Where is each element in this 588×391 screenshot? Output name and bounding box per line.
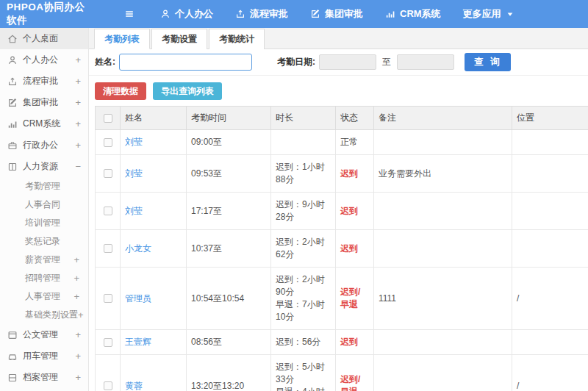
sidebar-item-label: 个人桌面 — [23, 32, 82, 45]
employee-name-link[interactable]: 管理员 — [125, 293, 151, 304]
employee-name-link[interactable]: 小龙女 — [125, 243, 151, 254]
sidebar-subitem[interactable]: 考勤管理 — [0, 177, 88, 196]
chart-icon — [7, 119, 18, 129]
sidebar-subitem[interactable]: 人事管理+ — [0, 287, 88, 306]
sidebar-item[interactable]: 流程审批+ — [0, 71, 88, 92]
status-badge: 迟到/早退 — [336, 355, 374, 391]
menu-toggle-button[interactable] — [123, 9, 135, 19]
expand-plus-icon[interactable]: + — [75, 118, 82, 129]
navbar-item-label: 更多应用 — [463, 7, 501, 21]
employee-name-link[interactable]: 黄蓉 — [125, 381, 143, 391]
tab-attendance-stats[interactable]: 考勤统计 — [209, 29, 265, 49]
expand-plus-icon[interactable]: + — [75, 97, 82, 108]
col-header-status: 状态 — [336, 107, 374, 130]
expand-plus-icon[interactable]: + — [75, 54, 82, 65]
export-list-button[interactable]: 导出查询列表 — [153, 82, 222, 100]
expand-plus-icon[interactable]: + — [75, 140, 82, 151]
expand-plus-icon[interactable]: + — [75, 372, 82, 383]
actions-row: 清理数据 导出查询列表 — [89, 76, 588, 106]
sidebar-item[interactable]: 集团审批+ — [0, 92, 88, 113]
sidebar-subitem[interactable]: 基础类别设置+ — [0, 306, 88, 324]
sidebar-item[interactable]: 个人桌面 — [0, 28, 88, 49]
expand-plus-icon[interactable]: + — [78, 309, 85, 320]
sidebar-item[interactable]: 用车管理+ — [0, 345, 88, 367]
sidebar-subitem-label: 奖惩记录 — [25, 235, 81, 248]
query-button[interactable]: 查 询 — [465, 53, 511, 71]
collapse-minus-icon[interactable]: − — [75, 161, 82, 172]
location — [512, 193, 588, 230]
row-checkbox[interactable] — [104, 381, 112, 390]
sidebar-nav: 个人桌面个人办公+流程审批+集团审批+CRM系统+行政办公+人力资源−考勤管理人… — [0, 28, 89, 391]
navbar-item[interactable]: 流程审批 — [235, 7, 288, 21]
location — [512, 155, 588, 193]
expand-plus-icon[interactable]: + — [75, 76, 82, 87]
row-checkbox[interactable] — [104, 294, 112, 303]
date-to-input[interactable] — [397, 54, 454, 70]
sidebar-item[interactable]: 项目管理+ — [0, 388, 88, 391]
note — [374, 193, 512, 230]
navbar-item-label: CRM系统 — [400, 7, 441, 21]
navbar-item[interactable]: CRM系统 — [385, 7, 441, 21]
row-checkbox[interactable] — [104, 338, 112, 347]
expand-plus-icon[interactable]: + — [75, 329, 82, 340]
sidebar-item[interactable]: 行政办公+ — [0, 134, 88, 156]
sidebar-subitem[interactable]: 培训管理 — [0, 214, 88, 232]
attendance-time: 09:53至 — [187, 155, 271, 193]
top-navbar: PHPOA协同办公软件 个人办公流程审批集团审批CRM系统更多应用 — [0, 0, 588, 28]
sidebar-item[interactable]: 人力资源− — [0, 156, 88, 177]
location — [512, 130, 588, 155]
tab-attendance-list[interactable]: 考勤列表 — [94, 29, 150, 49]
expand-plus-icon[interactable]: + — [74, 273, 81, 284]
status-badge: 迟到 — [336, 193, 374, 230]
caret-down-icon — [506, 10, 514, 18]
name-input[interactable] — [119, 54, 252, 71]
table-header-row: 姓名 考勤时间 时长 状态 备注 位置 — [96, 107, 588, 130]
search-form: 姓名: 考勤日期: 至 查 询 — [89, 49, 588, 76]
sidebar-subitem[interactable]: 人事合同 — [0, 196, 88, 214]
tab-attendance-settings[interactable]: 考勤设置 — [151, 29, 207, 49]
sidebar-subitem[interactable]: 招聘管理+ — [0, 269, 88, 287]
sidebar-subitem[interactable]: 薪资管理+ — [0, 251, 88, 269]
row-checkbox[interactable] — [104, 244, 112, 253]
sidebar-item-label: CRM系统 — [23, 118, 75, 130]
sidebar-item-label: 个人办公 — [23, 54, 75, 66]
navbar-item[interactable]: 更多应用 — [463, 7, 514, 21]
row-checkbox[interactable] — [104, 207, 112, 215]
date-from-input[interactable] — [319, 54, 376, 70]
col-header-location: 位置 — [512, 107, 588, 130]
menu-icon — [123, 9, 135, 19]
status-badge: 正常 — [336, 130, 374, 155]
note: 1111 — [374, 268, 512, 330]
duration: 迟到：5小时33分 早退：4小时67分 — [271, 355, 336, 391]
sidebar-item[interactable]: 公文管理+ — [0, 324, 88, 345]
sidebar-item[interactable]: CRM系统+ — [0, 113, 88, 134]
status-badge: 迟到 — [336, 155, 374, 193]
expand-plus-icon[interactable]: + — [75, 351, 82, 362]
employee-name-link[interactable]: 刘莹 — [125, 168, 143, 179]
table-row: 刘莹 09:53至 迟到：1小时88分 迟到 业务需要外出 — [96, 155, 588, 193]
sidebar-item[interactable]: 档案管理+ — [0, 367, 88, 388]
duration: 迟到：9小时28分 — [271, 193, 336, 230]
navbar-item-label: 集团审批 — [325, 7, 363, 21]
select-all-checkbox[interactable] — [104, 114, 112, 123]
tab-bar: 考勤列表 考勤设置 考勤统计 — [89, 28, 588, 49]
attendance-time: 08:56至 — [187, 330, 271, 355]
app-logo: PHPOA协同办公软件 — [0, 1, 90, 27]
share-icon — [235, 9, 245, 19]
sidebar-item[interactable]: 个人办公+ — [0, 49, 88, 71]
expand-plus-icon[interactable]: + — [74, 254, 81, 265]
row-checkbox[interactable] — [104, 138, 112, 147]
name-field-label: 姓名: — [95, 56, 115, 68]
employee-name-link[interactable]: 刘莹 — [125, 206, 143, 216]
expand-plus-icon[interactable]: + — [74, 291, 81, 302]
row-checkbox[interactable] — [104, 169, 112, 178]
navbar-item[interactable]: 个人办公 — [160, 7, 213, 21]
sidebar-item-label: 流程审批 — [23, 75, 75, 87]
sidebar-item-label: 集团审批 — [23, 96, 75, 109]
navbar-item[interactable]: 集团审批 — [310, 7, 363, 21]
employee-name-link[interactable]: 刘莹 — [125, 137, 143, 147]
employee-name-link[interactable]: 王壹辉 — [125, 337, 151, 347]
sidebar-subitem[interactable]: 奖惩记录 — [0, 232, 88, 251]
clear-data-button[interactable]: 清理数据 — [95, 82, 146, 100]
date-field-label: 考勤日期: — [277, 56, 315, 68]
